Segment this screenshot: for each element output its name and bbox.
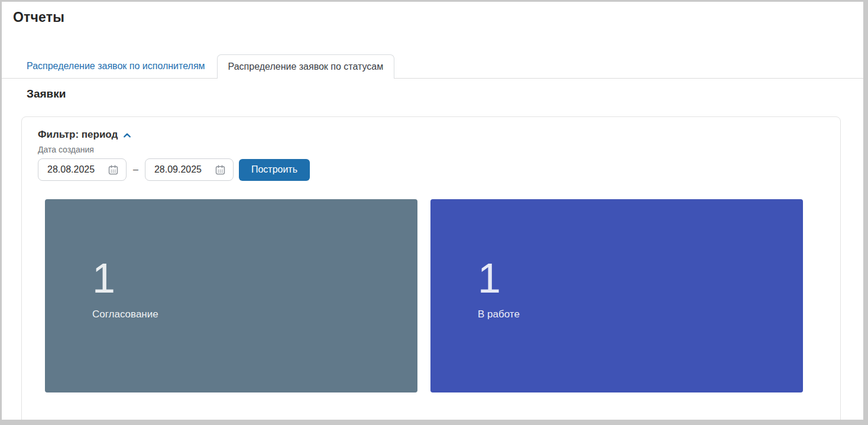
section-title-requests: Заявки: [27, 87, 66, 100]
tab-distribution-by-executors[interactable]: Распределение заявок по исполнителям: [27, 54, 217, 78]
tab-bar: Распределение заявок по исполнителям Рас…: [2, 54, 863, 79]
collapse-filter-button[interactable]: [122, 129, 132, 140]
status-cards-row: 1 Согласование 1 В работе: [45, 199, 840, 392]
date-to-value: 28.09.2025: [154, 164, 210, 175]
filter-and-results-panel: Фильтр: период Дата создания 28.08.2025: [21, 116, 841, 420]
date-to-input[interactable]: 28.09.2025: [145, 158, 234, 181]
date-from-input[interactable]: 28.08.2025: [38, 158, 127, 181]
status-card-label: Согласование: [92, 309, 417, 320]
date-from-value: 28.08.2025: [47, 164, 103, 175]
build-report-button[interactable]: Построить: [239, 159, 310, 181]
calendar-icon[interactable]: [215, 164, 226, 176]
reports-page: Отчеты Распределение заявок по исполните…: [2, 2, 863, 420]
filter-title-text: Фильтр: период: [38, 129, 118, 141]
status-card-in-progress[interactable]: 1 В работе: [430, 199, 803, 392]
calendar-icon[interactable]: [108, 164, 119, 176]
filter-header: Фильтр: период: [38, 129, 840, 141]
filter-controls-row: 28.08.2025: [38, 158, 840, 181]
page-title: Отчеты: [13, 9, 64, 25]
date-field-label: Дата создания: [38, 145, 840, 154]
status-card-approval[interactable]: 1 Согласование: [45, 199, 417, 392]
date-range-separator: –: [133, 164, 138, 175]
status-card-count: 1: [478, 258, 803, 299]
chevron-up-icon: [122, 131, 132, 140]
status-card-count: 1: [92, 258, 417, 299]
tab-distribution-by-statuses[interactable]: Распределение заявок по статусам: [217, 54, 395, 79]
status-card-label: В работе: [478, 309, 803, 320]
